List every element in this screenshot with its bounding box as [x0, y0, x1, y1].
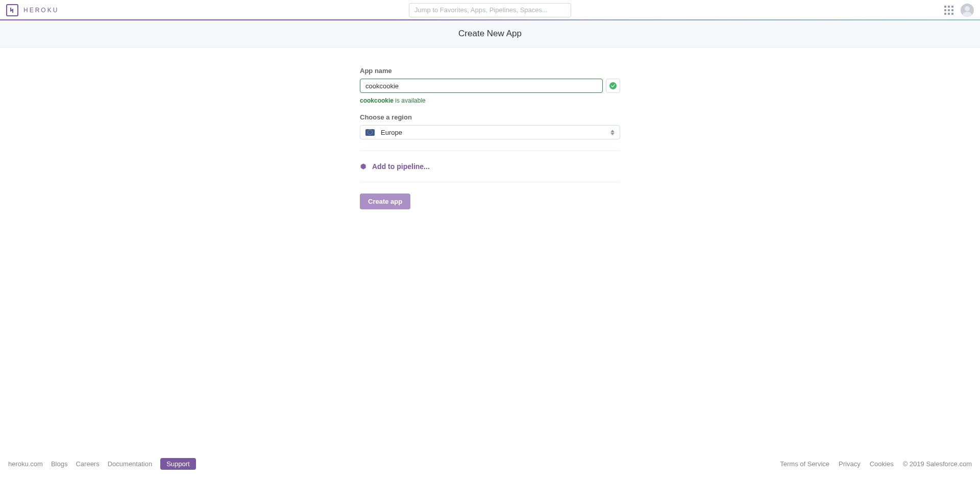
page-title: Create New App — [0, 29, 980, 39]
region-label: Choose a region — [360, 113, 620, 121]
footer-link-careers[interactable]: Careers — [76, 460, 99, 468]
heroku-logo[interactable]: HEROKU — [6, 4, 59, 16]
check-icon — [609, 82, 617, 89]
search-wrap — [409, 3, 571, 17]
footer-link-terms[interactable]: Terms of Service — [780, 460, 829, 468]
availability-message: cookcookie is available — [360, 97, 620, 104]
heroku-logo-icon — [6, 4, 18, 16]
pipeline-link-label: Add to pipeline... — [372, 162, 430, 171]
avatar[interactable] — [961, 4, 974, 17]
footer-link-privacy[interactable]: Privacy — [839, 460, 861, 468]
footer-link-heroku[interactable]: heroku.com — [8, 460, 43, 468]
support-button[interactable]: Support — [160, 458, 196, 470]
topbar: HEROKU — [0, 0, 980, 20]
app-name-label: App name — [360, 67, 620, 75]
divider-2 — [360, 182, 620, 182]
apps-grid-icon[interactable] — [944, 6, 953, 15]
footer: heroku.com Blogs Careers Documentation S… — [0, 452, 980, 481]
footer-link-cookies[interactable]: Cookies — [870, 460, 894, 468]
footer-link-documentation[interactable]: Documentation — [108, 460, 152, 468]
eu-flag-icon — [365, 129, 375, 136]
app-name-input[interactable] — [360, 79, 603, 93]
copyright: © 2019 Salesforce.com — [903, 460, 972, 468]
divider — [360, 151, 620, 151]
footer-link-blogs[interactable]: Blogs — [51, 460, 68, 468]
pipeline-icon — [360, 163, 367, 170]
brand-name: HEROKU — [23, 7, 59, 14]
availability-suffix: is available — [394, 97, 426, 104]
footer-right: Terms of Service Privacy Cookies © 2019 … — [780, 460, 972, 468]
app-name-row — [360, 79, 620, 93]
add-to-pipeline-link[interactable]: Add to pipeline... — [360, 162, 620, 171]
region-value: Europe — [381, 129, 402, 136]
region-group: Choose a region Europe — [360, 113, 620, 139]
create-app-button[interactable]: Create app — [360, 194, 410, 209]
search-input[interactable] — [409, 3, 571, 17]
validation-badge — [606, 79, 620, 93]
page-header: Create New App — [0, 20, 980, 47]
availability-name: cookcookie — [360, 97, 394, 104]
footer-left: heroku.com Blogs Careers Documentation S… — [8, 458, 196, 470]
create-app-form: App name cookcookie is available Choose … — [360, 67, 620, 209]
select-caret-icon — [610, 130, 615, 135]
region-select[interactable]: Europe — [360, 125, 620, 139]
spacer — [0, 209, 980, 452]
topbar-right — [944, 4, 974, 17]
